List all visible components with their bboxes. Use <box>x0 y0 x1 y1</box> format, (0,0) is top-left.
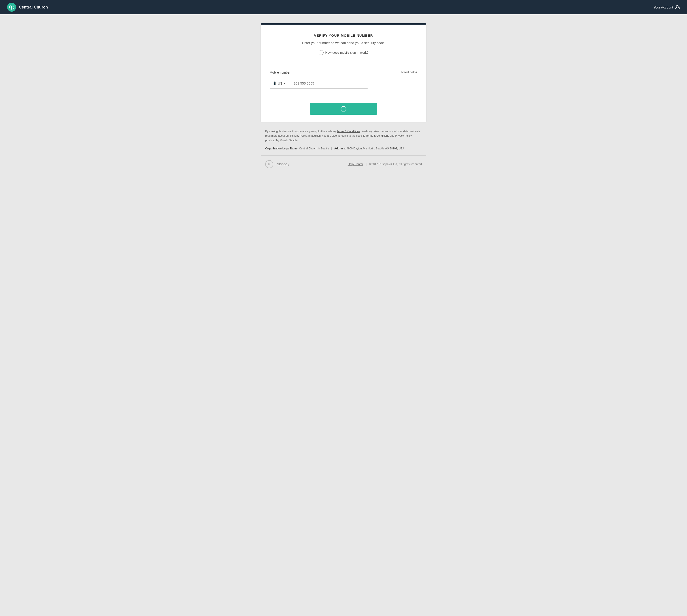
info-icon: i <box>319 50 324 55</box>
verify-subtitle: Enter your number so we can send you a s… <box>270 41 417 45</box>
footer-right: Help Center | ©2017 Pushpay® Ltd, All ri… <box>348 162 422 166</box>
user-lock-icon <box>675 5 680 9</box>
your-account-label: Your Account <box>653 5 673 9</box>
footer-bottom: P Pushpay Help Center | ©2017 Pushpay® L… <box>261 156 426 177</box>
org-label: Organization Legal Name: <box>265 147 298 150</box>
svg-rect-4 <box>678 7 680 9</box>
mobile-header: Mobile number Need help? <box>270 70 417 74</box>
how-mobile-sign-in-works-link[interactable]: i How does mobile sign in work? <box>319 50 369 55</box>
phone-icon: 📱 <box>273 82 276 85</box>
terms-link-2[interactable]: Terms & Conditions <box>366 134 389 137</box>
copyright: ©2017 Pushpay® Ltd, All rights reserved <box>369 162 422 166</box>
country-code: US <box>278 82 283 85</box>
header-left: Central Church <box>7 3 48 12</box>
header-title: Central Church <box>19 5 48 9</box>
app-header: Central Church Your Account <box>0 0 687 14</box>
legal-text-1: By making this transaction you are agree… <box>265 130 337 133</box>
address-value: 4900 Dayton Ave North, Seattle WA 98103,… <box>347 147 404 150</box>
legal-text-3: . In addition, you are also agreeing to … <box>307 134 366 137</box>
verify-title: VERIFY YOUR MOBILE NUMBER <box>270 34 417 37</box>
need-help-link[interactable]: Need help? <box>401 70 417 74</box>
loading-spinner <box>340 106 347 112</box>
mobile-number-section: Mobile number Need help? 📱 US ▾ <box>261 63 426 96</box>
legal-paragraph: By making this transaction you are agree… <box>265 129 422 143</box>
terms-link-1[interactable]: Terms & Conditions <box>337 130 360 133</box>
country-selector[interactable]: 📱 US ▾ <box>270 78 290 89</box>
org-name: Central Church in Seattle <box>299 147 329 150</box>
privacy-link-2[interactable]: Privacy Policy <box>395 134 412 137</box>
footer-legal-text: By making this transaction you are agree… <box>261 129 426 151</box>
chevron-down-icon: ▾ <box>284 82 285 85</box>
footer-pipe: | <box>366 162 367 166</box>
legal-text-4: and <box>389 134 395 137</box>
privacy-link-1[interactable]: Privacy Policy <box>290 134 307 137</box>
phone-number-input[interactable] <box>290 78 368 89</box>
account-menu[interactable]: Your Account <box>653 5 680 9</box>
app-logo <box>7 3 16 12</box>
card: VERIFY YOUR MOBILE NUMBER Enter your num… <box>261 23 426 122</box>
address-label: Address: <box>334 147 346 150</box>
pushpay-name: Pushpay <box>275 162 289 166</box>
main-content: VERIFY YOUR MOBILE NUMBER Enter your num… <box>256 23 431 177</box>
help-center-link[interactable]: Help Center <box>348 162 363 166</box>
phone-input-row: 📱 US ▾ <box>270 78 368 89</box>
org-info: Organization Legal Name: Central Church … <box>265 146 422 151</box>
info-link-text: How does mobile sign in work? <box>325 51 369 54</box>
pushpay-brand: P Pushpay <box>265 160 289 168</box>
verify-section: VERIFY YOUR MOBILE NUMBER Enter your num… <box>261 25 426 63</box>
submit-section <box>261 96 426 122</box>
svg-point-3 <box>676 5 678 7</box>
pushpay-logo-icon: P <box>265 160 273 168</box>
submit-button[interactable] <box>310 103 377 115</box>
legal-text-5: provided by Mosaic Seattle. <box>265 139 298 142</box>
mobile-number-label: Mobile number <box>270 71 290 74</box>
